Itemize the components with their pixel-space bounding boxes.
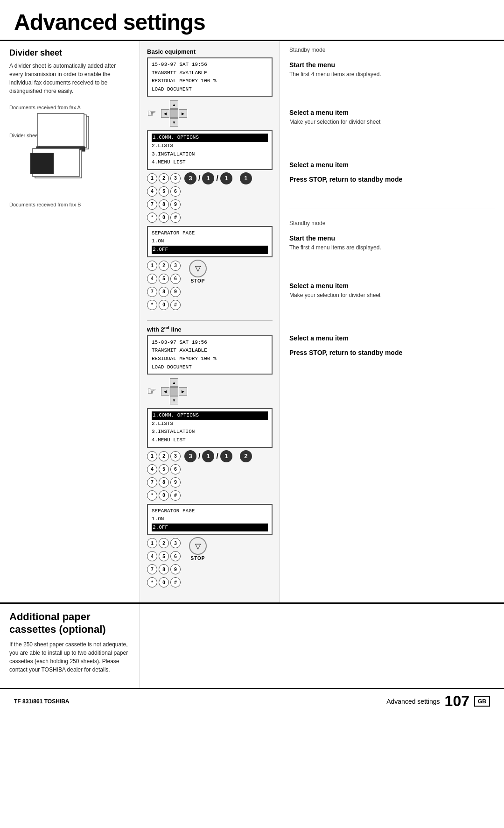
key-7c[interactable]: 7 <box>147 477 157 488</box>
key-3d[interactable]: 3 <box>170 538 181 548</box>
keypad-seq-1: 1 2 3 4 5 6 7 8 9 * <box>147 172 273 224</box>
select-item-desc-1: Make your selection for divider sheet <box>289 118 495 126</box>
key-8[interactable]: 8 <box>159 199 169 210</box>
key-5d[interactable]: 5 <box>159 551 169 561</box>
key-5[interactable]: 5 <box>159 186 169 197</box>
nav-cross-2[interactable]: ▲ ◀ ▶ ▼ <box>161 378 187 404</box>
seq-slash-1: / <box>198 174 200 183</box>
additional-paper-section: Additional paper cassettes (optional) If… <box>0 604 140 688</box>
instr-standby-1: Standby mode <box>289 46 495 54</box>
key-4[interactable]: 4 <box>147 186 157 197</box>
press-stop-heading-1: Press STOP, return to standby mode <box>289 176 495 183</box>
lcd2-line1: 1.COMM. OPTIONS <box>152 134 268 142</box>
key-hash-d[interactable]: # <box>170 577 181 587</box>
key-8c[interactable]: 8 <box>159 477 169 488</box>
key-1[interactable]: 1 <box>147 173 157 184</box>
key-3b[interactable]: 3 <box>170 261 181 271</box>
key-star-d[interactable]: * <box>147 577 157 587</box>
key-hash-b[interactable]: # <box>170 300 181 310</box>
seq-num-1b: 1 <box>220 172 232 184</box>
nav-down-2[interactable]: ▼ <box>170 396 178 404</box>
seq-slash-2: / <box>216 174 218 183</box>
key-8b[interactable]: 8 <box>159 287 169 297</box>
footer-right: Advanced settings 107 GB <box>386 693 490 710</box>
key-7b[interactable]: 7 <box>147 287 157 297</box>
start-menu-heading-2: Start the menu <box>289 234 495 242</box>
key-0[interactable]: 0 <box>159 212 169 223</box>
key-9d[interactable]: 9 <box>170 564 181 574</box>
stop-label-1: STOP <box>190 278 205 283</box>
nav-up-2[interactable]: ▲ <box>170 378 178 387</box>
svg-rect-2 <box>37 113 84 146</box>
key-3c[interactable]: 3 <box>170 451 181 461</box>
key-4d[interactable]: 4 <box>147 551 157 561</box>
key-2d[interactable]: 2 <box>159 538 169 548</box>
nav-center-2[interactable] <box>170 387 178 396</box>
lcd1-line2: TRANSMIT AVAILABLE <box>152 70 207 76</box>
key-4b[interactable]: 4 <box>147 274 157 284</box>
lcd2nd2-line3: 3.INSTALLATION <box>152 429 195 434</box>
instr-standby-2: Standby mode <box>289 219 495 227</box>
nav-left-2[interactable]: ◀ <box>161 387 169 396</box>
key-star-c[interactable]: * <box>147 490 157 501</box>
key-5b[interactable]: 5 <box>159 274 169 284</box>
with-2nd-line-heading: with 2nd line <box>147 326 273 333</box>
additional-paper-desc: If the 250 sheet paper cassette is not a… <box>9 640 130 674</box>
nav-center-1[interactable] <box>170 109 178 118</box>
keypad-1: 1 2 3 4 5 6 7 8 9 * <box>147 172 181 224</box>
seq2-num-1a: 1 <box>202 450 214 462</box>
key-2[interactable]: 2 <box>159 173 169 184</box>
gb-badge: GB <box>474 696 490 707</box>
key-6[interactable]: 6 <box>170 186 181 197</box>
nav-right-2[interactable]: ▶ <box>179 387 187 396</box>
key-star-b[interactable]: * <box>147 300 157 310</box>
key-0c[interactable]: 0 <box>159 490 169 501</box>
nav-right-1[interactable]: ▶ <box>179 109 187 118</box>
stop-button-2[interactable]: ▽ <box>189 537 207 555</box>
lcd2nd1-line4: LOAD DOCUMENT <box>152 364 192 370</box>
start-menu-desc-1: The first 4 menu items are displayed. <box>289 70 495 78</box>
seq-num-1a: 1 <box>202 172 214 184</box>
key-8d[interactable]: 8 <box>159 564 169 574</box>
key-star[interactable]: * <box>147 212 157 223</box>
lcd1-line1: 15-03-97 SAT 19:56 <box>152 62 207 67</box>
stop-button-1[interactable]: ▽ <box>189 260 207 277</box>
key-1c[interactable]: 1 <box>147 451 157 461</box>
instr-select-item-1: Select a menu item Make your selection f… <box>289 109 495 126</box>
key-1d[interactable]: 1 <box>147 538 157 548</box>
key-0b[interactable]: 0 <box>159 300 169 310</box>
key-5c[interactable]: 5 <box>159 464 169 474</box>
key-2b[interactable]: 2 <box>159 261 169 271</box>
key-6c[interactable]: 6 <box>170 464 181 474</box>
key-2c[interactable]: 2 <box>159 451 169 461</box>
nav-down-1[interactable]: ▼ <box>170 118 178 127</box>
lcd1-line3: RESIDUAL MEMORY 100 % <box>152 78 217 84</box>
key-9[interactable]: 9 <box>170 199 181 210</box>
nav-keys-row-1: ☞ ▲ ◀ ▶ ▼ <box>147 100 273 127</box>
key-hash[interactable]: # <box>170 212 181 223</box>
key-7[interactable]: 7 <box>147 199 157 210</box>
keypad-2: 1 2 3 4 5 6 7 8 9 * <box>147 450 181 502</box>
lcd2nd1-line2: TRANSMIT AVAILABLE <box>152 347 207 353</box>
middle-column: Basic equipment 15-03-97 SAT 19:56 TRANS… <box>140 41 280 602</box>
key-hash-c[interactable]: # <box>170 490 181 501</box>
key-4c[interactable]: 4 <box>147 464 157 474</box>
key-6d[interactable]: 6 <box>170 551 181 561</box>
key-9c[interactable]: 9 <box>170 477 181 488</box>
key-3[interactable]: 3 <box>170 173 181 184</box>
key-1b[interactable]: 1 <box>147 261 157 271</box>
seq2-slash-1: / <box>198 452 200 460</box>
svg-rect-6 <box>30 153 54 174</box>
key-7d[interactable]: 7 <box>147 564 157 574</box>
nav-cross-1[interactable]: ▲ ◀ ▶ ▼ <box>161 100 187 127</box>
keypad-stop-1: 1 2 3 4 5 6 7 8 9 * <box>147 260 273 311</box>
nav-left-1[interactable]: ◀ <box>161 109 169 118</box>
key-0d[interactable]: 0 <box>159 577 169 587</box>
page-number: 107 <box>445 693 469 710</box>
main-content: Divider sheet A divider sheet is automat… <box>0 41 504 602</box>
key-9b[interactable]: 9 <box>170 287 181 297</box>
key-6b[interactable]: 6 <box>170 274 181 284</box>
nav-up-1[interactable]: ▲ <box>170 100 178 109</box>
diagram-label-b: Documents received from fax B <box>9 202 81 207</box>
with-2nd-line-section: with 2nd line 15-03-97 SAT 19:56 TRANSMI… <box>147 326 273 593</box>
